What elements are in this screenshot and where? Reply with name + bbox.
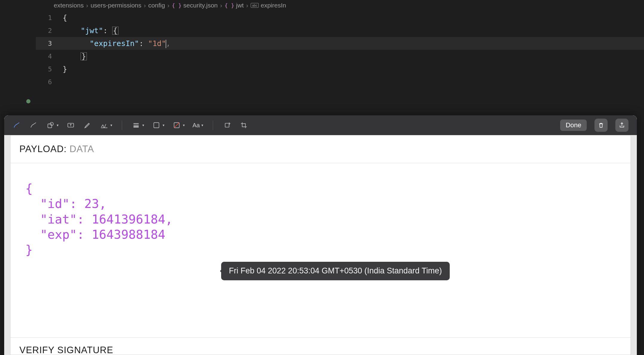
markup-toolbar: ▾ ▾ ▾ ▾ (4, 115, 637, 135)
sketch-pen-icon[interactable] (13, 121, 21, 130)
chevron-right-icon: › (220, 2, 222, 9)
chevron-right-icon: › (86, 2, 88, 9)
breadcrumb-expiresin-label: expiresIn (261, 2, 286, 9)
string-abc-icon: abc (251, 3, 259, 8)
code-editor[interactable]: 1 { 2 "jwt": { 3 "expiresIn": "1d", 4 } … (36, 11, 644, 88)
modified-indicator-dot (26, 99, 30, 103)
brace-close: } (25, 243, 33, 257)
payload-header: PAYLOAD: DATA (10, 135, 631, 163)
payload-val-exp: 1643988184 (92, 227, 165, 242)
breadcrumb-file-label: security.json (183, 2, 218, 9)
breadcrumb-seg-jwt[interactable]: { } jwt (225, 2, 244, 9)
brace-open: { (25, 181, 33, 196)
matching-brace-open: { (112, 27, 118, 35)
verify-signature-header: VERIFY SIGNATURE (10, 337, 631, 355)
trash-icon (598, 122, 604, 128)
fill-color-icon (172, 121, 181, 130)
line-number: 4 (36, 53, 63, 60)
crop-icon[interactable] (239, 121, 248, 130)
editor-area: extensions › users-permissions › config … (0, 0, 644, 88)
matching-brace-close: } (81, 52, 87, 60)
line-number: 2 (36, 27, 63, 34)
toolbar-divider (122, 120, 122, 130)
payload-key-exp: "exp" (40, 227, 77, 242)
highlight-icon[interactable] (83, 121, 92, 130)
document-paper: PAYLOAD: DATA { "id": 23, "iat": 1641396… (10, 135, 631, 355)
breadcrumb-jwt-label: jwt (236, 2, 244, 9)
payload-val-id: 23 (84, 197, 99, 211)
payload-val-iat: 1641396184 (92, 212, 165, 227)
line-number-current: 3 (36, 40, 63, 47)
payload-sublabel: DATA (67, 144, 94, 154)
markup-canvas: PAYLOAD: DATA { "id": 23, "iat": 1641396… (4, 135, 637, 355)
chevron-right-icon: › (246, 2, 248, 9)
done-button[interactable]: Done (560, 120, 587, 131)
share-icon (619, 122, 625, 128)
payload-label: PAYLOAD: (19, 144, 67, 154)
breadcrumb-seg-extensions[interactable]: extensions (54, 2, 84, 9)
breadcrumb-seg-users-permissions[interactable]: users-permissions (90, 2, 141, 9)
json-key-expiresin: "expiresIn" (90, 39, 139, 48)
json-braces-icon: { } (172, 2, 182, 9)
svg-line-5 (174, 123, 179, 128)
chevron-down-icon: ▾ (57, 123, 58, 127)
line-style-tool[interactable]: ▾ (132, 121, 144, 130)
payload-key-iat: "iat" (40, 212, 77, 227)
chevron-right-icon: › (144, 2, 146, 9)
chevron-down-icon: ▾ (110, 123, 112, 127)
line-weight-icon (132, 121, 141, 130)
json-value-expiresin: "1d" (148, 39, 166, 48)
trash-button[interactable] (594, 119, 608, 132)
sign-tool[interactable]: ▾ (100, 121, 112, 130)
text-box-icon[interactable] (66, 121, 75, 130)
border-color-tool[interactable]: ▾ (152, 121, 164, 130)
text-style-tool[interactable]: Aa ▾ (192, 122, 203, 129)
timestamp-tooltip: Fri Feb 04 2022 20:53:04 GMT+0530 (India… (221, 262, 450, 280)
markup-window: ▾ ▾ ▾ ▾ (4, 115, 637, 355)
chevron-down-icon: ▾ (142, 123, 144, 127)
border-color-icon (152, 121, 161, 130)
payload-key-id: "id" (40, 197, 70, 211)
chevron-down-icon: ▾ (201, 123, 203, 127)
breadcrumb[interactable]: extensions › users-permissions › config … (36, 0, 644, 11)
toolbar-divider (213, 120, 213, 130)
line-number: 5 (36, 65, 63, 73)
chevron-down-icon: ▾ (183, 123, 185, 127)
json-braces-icon: { } (225, 2, 235, 9)
chevron-down-icon: ▾ (163, 123, 164, 127)
signature-icon (100, 121, 109, 130)
svg-rect-3 (154, 123, 159, 128)
share-button[interactable] (615, 119, 628, 132)
line-number: 6 (36, 78, 63, 86)
draw-pen-icon[interactable] (29, 121, 38, 130)
text-style-label: Aa (192, 122, 200, 129)
breadcrumb-seg-security-json[interactable]: { } security.json (172, 2, 218, 9)
verify-signature-label: VERIFY SIGNATURE (19, 345, 113, 355)
json-key-jwt: "jwt" (81, 26, 103, 35)
chevron-right-icon: › (167, 2, 170, 9)
breadcrumb-seg-config[interactable]: config (148, 2, 165, 9)
fill-color-tool[interactable]: ▾ (172, 121, 185, 130)
shapes-tool[interactable]: ▾ (46, 121, 58, 130)
breadcrumb-seg-expiresin[interactable]: abc expiresIn (251, 2, 286, 9)
shapes-icon (46, 121, 55, 130)
svg-rect-0 (48, 124, 52, 128)
rotate-icon[interactable] (223, 121, 232, 130)
line-number: 1 (36, 14, 63, 22)
svg-rect-6 (225, 123, 229, 127)
payload-json[interactable]: { "id": 23, "iat": 1641396184, "exp": 16… (10, 163, 631, 281)
